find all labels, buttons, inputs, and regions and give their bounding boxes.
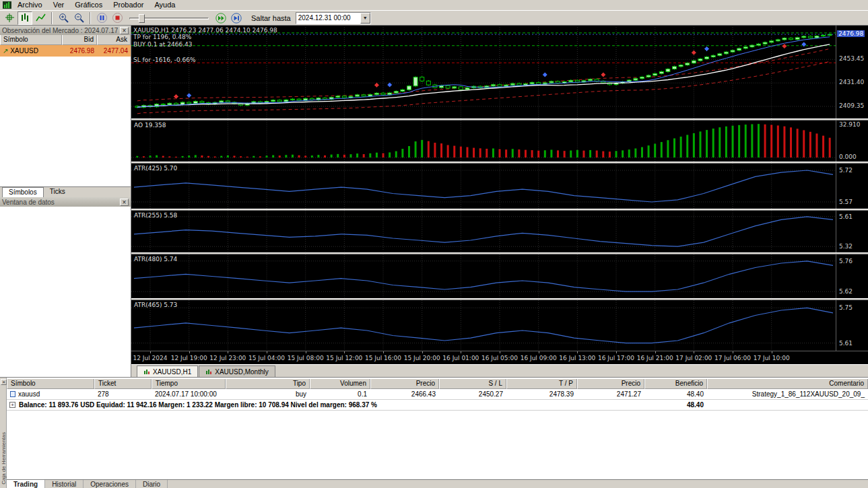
atr465-label: ATR(465) 5.73 [134, 302, 177, 308]
menu-ver[interactable]: Ver [48, 0, 70, 10]
position-cell: buy [226, 390, 310, 398]
menu-ayuda[interactable]: Ayuda [149, 0, 180, 10]
terminal-panel: × Caja de Herramientas SímboloTicketTiem… [0, 377, 868, 488]
menu-archivo[interactable]: Archivo [12, 0, 48, 10]
atr465-indicator-panel[interactable]: ATR(465) 5.73 [131, 300, 836, 351]
terminal-column-header[interactable]: Precio [577, 379, 644, 389]
app-logo-icon [1, 1, 12, 9]
panel-splitter[interactable] [131, 209, 868, 211]
terminal-column-header[interactable]: S / L [439, 379, 506, 389]
price-scale-label: 2409.35 [839, 102, 864, 109]
atr255-indicator-panel[interactable]: ATR(255) 5.58 [131, 211, 836, 252]
tab-operaciones[interactable]: Operaciones [84, 480, 136, 488]
date-select[interactable]: 2024.12.31 00:00 ▼ [296, 12, 371, 24]
price-scale-label: 5.76 [839, 258, 853, 265]
chart-tab-monthly[interactable]: XAUUSD,Monthly [199, 365, 275, 377]
close-icon[interactable]: × [120, 27, 129, 34]
position-cell: 2471.27 [577, 390, 644, 398]
terminal-column-header[interactable]: Precio [370, 379, 439, 389]
panel-splitter[interactable] [131, 118, 868, 120]
panel-splitter[interactable] [131, 252, 868, 254]
speed-slider[interactable] [129, 12, 209, 24]
tab-diario[interactable]: Diario [136, 480, 168, 488]
toolbox-strip: × Caja de Herramientas [0, 378, 7, 488]
data-window-title: Ventana de datos [2, 199, 55, 206]
panel-splitter[interactable] [131, 162, 868, 164]
menu-bar: Archivo Ver Gráficos Probador Ayuda [0, 0, 868, 10]
market-watch-title: Observación del Mercado : 2024.07.17 [2, 27, 118, 34]
data-window-body [0, 207, 131, 377]
price-chart-panel[interactable]: XAUUSD,H1 2476.23 2477.06 2474.10 2476.9… [131, 27, 836, 118]
stop-button[interactable] [110, 11, 125, 25]
close-icon[interactable]: × [1, 379, 7, 385]
atr425-indicator-panel[interactable]: ATR(425) 5.70 [131, 164, 836, 209]
line-chart-button[interactable] [33, 11, 48, 25]
time-tick [344, 351, 345, 353]
time-tick [383, 351, 384, 353]
position-cell: 2466.43 [370, 390, 439, 398]
order-icon [10, 391, 15, 397]
position-cell: Strategy_1_86_112XAUUSD_20_09_ [707, 390, 868, 398]
zoom-in-button[interactable] [56, 11, 71, 25]
time-tick [577, 351, 578, 353]
price-scale[interactable]: 2476.982453.452431.402409.3532.9100.0005… [836, 26, 868, 351]
menu-probador[interactable]: Probador [108, 0, 149, 10]
position-row[interactable]: xauusd2782024.07.17 10:00:00buy0.12466.4… [7, 389, 868, 399]
tab-simbolos[interactable]: Símbolos [2, 187, 44, 197]
expand-icon[interactable]: + [9, 402, 15, 408]
buy-label: BUY 0.1 at 2466.43 [133, 41, 192, 48]
terminal-column-header[interactable]: Comentario [707, 379, 868, 389]
time-axis-label: 17 Jul 10:00 [747, 355, 797, 361]
time-tick [422, 351, 423, 353]
jump-to-label: Saltar hasta [251, 14, 291, 22]
terminal-column-header[interactable]: Volumen [310, 379, 370, 389]
time-axis[interactable]: 12 Jul 202412 Jul 19:0012 Jul 23:0015 Ju… [131, 351, 868, 364]
ao-indicator-panel[interactable]: AO 19.358 [131, 120, 836, 162]
ask-value: 2477.04 [97, 47, 131, 55]
close-icon[interactable]: × [120, 199, 129, 206]
metatrader-window: Archivo Ver Gráficos Probador Ayuda [0, 0, 868, 488]
pause-button[interactable] [94, 11, 109, 25]
dropdown-arrow-icon[interactable]: ▼ [360, 13, 370, 24]
position-cell: 48.40 [644, 390, 707, 398]
menu-graficos[interactable]: Gráficos [69, 0, 108, 10]
terminal-column-header[interactable]: Tiempo [152, 379, 226, 389]
date-select-value: 2024.12.31 00:00 [296, 14, 360, 22]
symbol-row[interactable]: ↗ XAUUSD 2476.98 2477.04 [0, 45, 131, 57]
bar-chart-button[interactable] [18, 11, 32, 25]
column-ask[interactable]: Ask [97, 35, 131, 45]
chart-tab-h1[interactable]: XAUUSD,H1 [137, 365, 198, 377]
price-scale-label: 5.61 [839, 213, 853, 220]
balance-row[interactable]: + Balance: 11 893.76 USD Equidad: 11 942… [7, 399, 868, 411]
price-scale-label: 32.910 [839, 121, 861, 128]
price-scale-label: 5.61 [839, 340, 853, 347]
time-tick [461, 351, 461, 353]
time-tick [189, 351, 190, 353]
skip-to-date-button[interactable] [229, 11, 244, 25]
tab-historial[interactable]: Historial [45, 480, 84, 488]
market-watch-header: Símbolo Bid Ask [0, 35, 131, 45]
terminal-tabs: Trading Historial Operaciones Diario [7, 479, 868, 488]
atr465-canvas [131, 300, 836, 351]
tab-trading[interactable]: Trading [7, 480, 45, 488]
zoom-out-button[interactable] [71, 11, 86, 25]
time-tick [694, 351, 694, 353]
terminal-column-header[interactable]: Símbolo [7, 379, 94, 389]
terminal-column-header[interactable]: Tipo [226, 379, 310, 389]
crosshair-tool-button[interactable] [2, 11, 17, 25]
tab-ticks[interactable]: Ticks [44, 187, 71, 197]
terminal-column-header[interactable]: Ticket [94, 379, 152, 389]
column-simbolo[interactable]: Símbolo [0, 35, 62, 45]
atr480-indicator-panel[interactable]: ATR(480) 5.74 [131, 254, 836, 298]
column-bid[interactable]: Bid [62, 35, 97, 45]
price-chart-canvas [131, 27, 836, 118]
slider-thumb[interactable] [139, 14, 145, 23]
balance-summary: Balance: 11 893.76 USD Equidad: 11 942.1… [19, 401, 377, 409]
terminal-column-header[interactable]: T / P [506, 379, 577, 389]
price-scale-label: 5.32 [839, 243, 853, 250]
terminal-column-header[interactable]: Beneficio [644, 379, 707, 389]
chart-tab-icon [205, 368, 212, 375]
toolbar-separator [51, 12, 53, 24]
panel-splitter[interactable] [131, 298, 868, 300]
fast-forward-button[interactable] [213, 11, 228, 25]
